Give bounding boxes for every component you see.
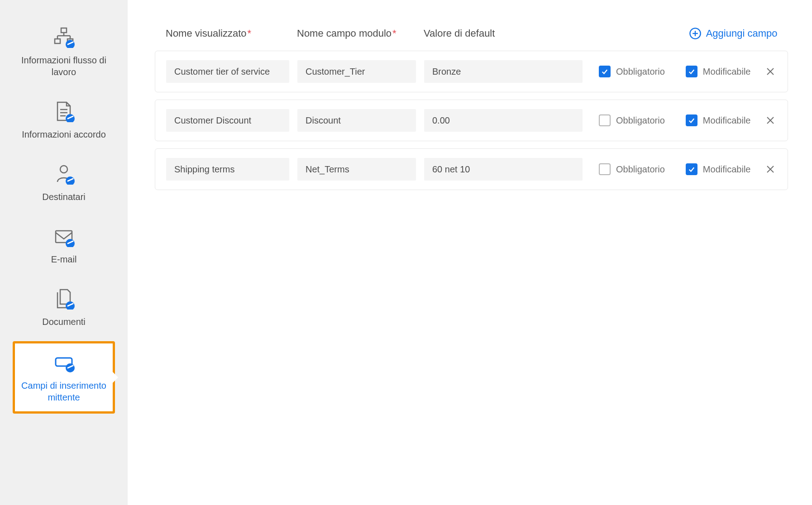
delete-row-button[interactable] — [764, 163, 777, 176]
default-value-input[interactable] — [424, 60, 583, 83]
required-label: Obbligatorio — [616, 67, 665, 77]
editable-checkbox[interactable] — [686, 114, 697, 126]
main-content: Nome visualizzato* Nome campo modulo* Va… — [128, 0, 812, 505]
sidebar-item-agreement-info[interactable]: Informazioni accordo — [0, 91, 128, 154]
close-icon — [765, 66, 776, 77]
svg-point-12 — [60, 166, 67, 173]
default-value-input[interactable] — [424, 109, 583, 132]
sidebar-item-documents[interactable]: Documenti — [0, 279, 128, 341]
input-field-icon — [51, 350, 76, 375]
svg-rect-0 — [61, 28, 67, 33]
display-name-input[interactable] — [166, 109, 289, 132]
sidebar-item-email[interactable]: E-mail — [0, 216, 128, 279]
sidebar-label: Informazioni flusso di lavoro — [10, 54, 118, 78]
document-icon — [51, 99, 76, 124]
close-icon — [765, 164, 776, 175]
display-name-input[interactable] — [166, 60, 289, 83]
person-icon — [51, 161, 76, 186]
add-field-button[interactable]: Aggiungi campo — [689, 27, 778, 40]
column-headers: Nome visualizzato* Nome campo modulo* Va… — [155, 18, 788, 51]
sidebar-item-recipients[interactable]: Destinatari — [0, 154, 128, 216]
header-module-field-name: Nome campo modulo* — [297, 28, 424, 39]
editable-checkbox[interactable] — [686, 66, 697, 77]
plus-circle-icon — [689, 27, 702, 40]
editable-label: Modificabile — [703, 67, 751, 77]
module-name-input[interactable] — [297, 158, 416, 181]
header-default-value: Valore di default — [424, 28, 689, 39]
sidebar-item-workflow-info[interactable]: Informazioni flusso di lavoro — [0, 17, 128, 91]
module-name-input[interactable] — [297, 109, 416, 132]
sidebar-item-sender-fields[interactable]: Campi di inserimento mittente — [15, 343, 113, 411]
envelope-icon — [51, 224, 76, 249]
sidebar-label: Informazioni accordo — [22, 129, 106, 140]
default-value-input[interactable] — [424, 158, 583, 181]
display-name-input[interactable] — [166, 158, 289, 181]
svg-rect-1 — [55, 39, 60, 43]
sidebar-label: E-mail — [51, 253, 77, 265]
sidebar-item-highlight: Campi di inserimento mittente — [13, 341, 115, 414]
workflow-icon — [51, 24, 76, 50]
required-checkbox[interactable] — [599, 163, 611, 175]
delete-row-button[interactable] — [764, 114, 777, 127]
documents-icon — [51, 286, 76, 311]
sidebar-label: Documenti — [42, 316, 86, 328]
svg-point-18 — [66, 363, 75, 372]
sidebar-label: Destinatari — [42, 191, 86, 203]
delete-row-button[interactable] — [764, 65, 777, 78]
required-label: Obbligatorio — [616, 164, 665, 175]
sidebar-label: Campi di inserimento mittente — [19, 380, 108, 403]
required-label: Obbligatorio — [616, 115, 665, 126]
field-row: Obbligatorio Modificabile — [155, 51, 788, 92]
module-name-input[interactable] — [297, 60, 416, 83]
field-row: Obbligatorio Modificabile — [155, 148, 788, 190]
field-row: Obbligatorio Modificabile — [155, 100, 788, 141]
header-display-name: Nome visualizzato* — [166, 28, 297, 39]
editable-checkbox[interactable] — [686, 163, 697, 175]
required-checkbox[interactable] — [599, 114, 611, 126]
required-checkbox[interactable] — [599, 66, 611, 77]
add-field-label: Aggiungi campo — [706, 28, 778, 39]
close-icon — [765, 115, 776, 126]
editable-label: Modificabile — [703, 164, 751, 175]
sidebar: Informazioni flusso di lavoro Informazio… — [0, 0, 128, 505]
editable-label: Modificabile — [703, 115, 751, 126]
